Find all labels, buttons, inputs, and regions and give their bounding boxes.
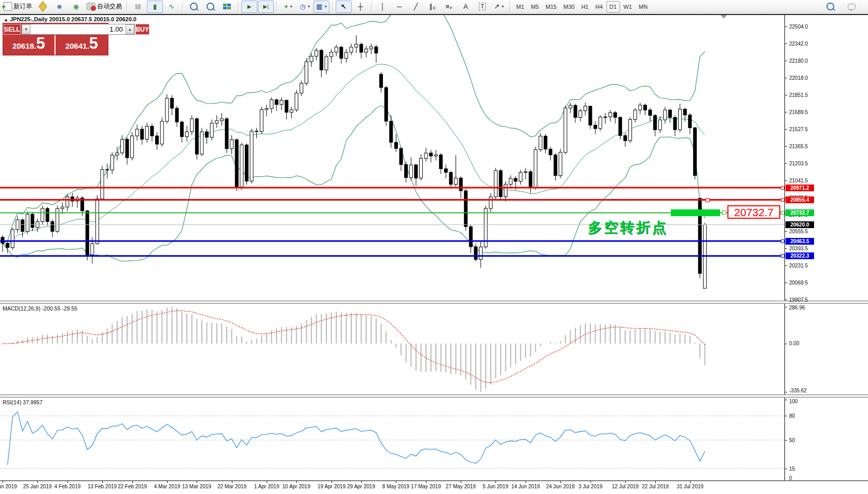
templates-button[interactable]: ▦▾ — [313, 1, 329, 13]
date-tick-label: 22 Mar 2019 — [214, 484, 250, 489]
price-line-connector — [781, 198, 784, 202]
timeframe-h1-button[interactable]: H1 — [578, 1, 591, 12]
crosshair-icon: ┼ — [358, 3, 363, 10]
chat-icon — [848, 4, 856, 10]
timeframe-d1-button[interactable]: D1 — [607, 1, 620, 12]
volume-decrease-button[interactable]: ▼ — [22, 24, 31, 34]
bar-chart-icon: ||| — [135, 3, 141, 10]
hline-selection-handle[interactable] — [706, 198, 710, 202]
dropdown-caret-icon: ▾ — [502, 4, 504, 9]
zoom-in-button[interactable] — [186, 1, 202, 13]
timeframe-h4-button[interactable]: H4 — [592, 1, 605, 12]
mt4-window: + 新订单 ☻ ◉ 自动交易 ||| ▮ ∿ ▶ ▶| +▾ ◷▾ ▦▾ ↖ ┼… — [0, 0, 868, 494]
macd-histogram — [3, 307, 705, 392]
price-tick-mark — [784, 283, 787, 283]
sell-price[interactable]: 20618.5 — [3, 35, 56, 55]
price-tick-mark — [784, 146, 787, 147]
search-button[interactable] — [822, 1, 838, 13]
vertical-line-tool-button[interactable]: │ — [375, 1, 391, 13]
volume-increase-button[interactable]: ▲ — [126, 24, 134, 34]
price-callout-box[interactable]: 20732.7 — [727, 205, 780, 219]
date-tick-mark — [332, 481, 332, 483]
zoom-out-button[interactable] — [202, 1, 218, 13]
pane-splitter-macd[interactable] — [0, 301, 868, 304]
cursor-tool-button[interactable]: ↖ — [336, 1, 352, 13]
buy-price[interactable]: 20641.5 — [56, 35, 108, 55]
price-line-connector — [781, 211, 784, 215]
arrows-tool-button[interactable]: ↗▾ — [491, 1, 507, 13]
dropdown-caret-icon: ▾ — [325, 4, 327, 9]
chart-shift-icon: ▶| — [263, 3, 268, 10]
hline-selection-handle[interactable] — [722, 210, 726, 215]
sell-button[interactable]: SELL — [4, 24, 21, 35]
templates-icon: ▦ — [316, 3, 322, 10]
bar-chart-button[interactable]: ||| — [130, 1, 146, 13]
channel-tool-button[interactable]: ∥E — [424, 1, 440, 13]
one-click-trading-panel: SELL ▼ ▲ BUY 20618.5 20641.5 — [3, 23, 108, 55]
timeframe-m15-button[interactable]: M15 — [543, 1, 560, 12]
timeframe-m1-button[interactable]: M1 — [513, 1, 527, 12]
timeframe-mn-button[interactable]: MN — [636, 1, 651, 12]
date-axis-border — [0, 481, 868, 481]
rsi-tick-mark — [784, 440, 787, 441]
text-tool-button[interactable]: A — [458, 1, 474, 13]
price-line-label: 20463.5 — [786, 238, 814, 245]
chat-button[interactable] — [844, 1, 860, 13]
community-button[interactable]: ☻ — [51, 1, 67, 13]
zoom-out-icon — [206, 3, 214, 10]
timeframe-w1-button[interactable]: W1 — [621, 1, 636, 12]
macd-tick-mark — [784, 307, 787, 307]
tile-windows-icon — [223, 4, 231, 9]
trendline-tool-button[interactable]: ╱ — [408, 1, 424, 13]
line-chart-button[interactable]: ∿ — [163, 1, 180, 13]
price-tick-mark — [784, 129, 787, 130]
channel-icon: ∥ — [429, 3, 433, 10]
separator — [332, 2, 333, 12]
macd-pane[interactable] — [0, 304, 784, 394]
price-tick-label: 21041.5 — [789, 178, 808, 184]
main-chart-pane[interactable] — [0, 15, 784, 301]
chart-shift-button[interactable]: ▶| — [258, 1, 274, 13]
rsi-line — [8, 412, 705, 465]
date-tick-mark — [37, 481, 38, 483]
date-tick-mark — [102, 481, 103, 483]
rsi-pane[interactable] — [0, 398, 784, 481]
annotation-text[interactable]: 多空转折点 — [588, 218, 668, 237]
candlestick-chart-button[interactable]: ▮ — [147, 1, 163, 13]
tile-windows-button[interactable] — [219, 1, 235, 13]
auto-scroll-button[interactable]: ▶ — [241, 1, 257, 13]
auto-trading-button[interactable]: 自动交易 — [85, 1, 124, 13]
trendline-icon: ╱ — [414, 3, 418, 10]
horizontal-line-tool-button[interactable]: ─ — [391, 1, 407, 13]
signals-button[interactable]: ◉ — [68, 1, 84, 13]
chart-shift-marker-icon[interactable] — [721, 15, 727, 19]
crosshair-tool-button[interactable]: ┼ — [352, 1, 368, 13]
new-order-button[interactable]: + 新订单 — [2, 1, 34, 13]
price-axis-border — [784, 15, 785, 481]
date-tick-mark — [197, 481, 197, 483]
macd-axis-min: -335.62 — [789, 388, 807, 393]
auto-scroll-icon: ▶ — [247, 3, 252, 10]
price-line-label: 20971.2 — [786, 185, 814, 191]
price-tick-mark — [784, 95, 787, 95]
market-watch-button[interactable] — [35, 1, 51, 13]
date-tick-mark — [3, 481, 3, 483]
price-tick-label: 21527.5 — [789, 126, 808, 132]
fibonacci-tool-button[interactable]: ≡F — [441, 1, 457, 13]
pane-splitter-rsi[interactable] — [0, 394, 868, 398]
macd-axis-zero: 0.00 — [789, 341, 799, 346]
buy-button[interactable]: BUY — [135, 24, 149, 35]
price-tick-mark — [784, 265, 787, 266]
hline-highlight-bar[interactable] — [671, 209, 720, 216]
rsi-axis-label: 0 — [789, 475, 792, 481]
label-tool-button[interactable]: T — [474, 1, 490, 13]
volume-input[interactable] — [31, 24, 126, 34]
indicators-button[interactable]: +▾ — [280, 1, 296, 13]
periods-button[interactable]: ◷▾ — [297, 1, 313, 13]
rsi-tick-mark — [784, 400, 787, 400]
timeframe-m5-button[interactable]: M5 — [528, 1, 542, 12]
timeframe-m30-button[interactable]: M30 — [560, 1, 577, 12]
date-tick-mark — [625, 481, 626, 483]
macd-signal-line — [3, 310, 705, 383]
price-line-connector — [781, 186, 784, 190]
